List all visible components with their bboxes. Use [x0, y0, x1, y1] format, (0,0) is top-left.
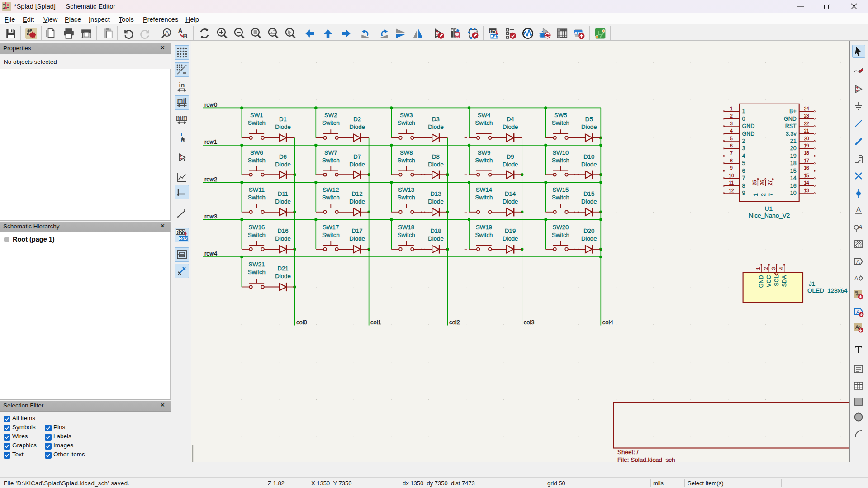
svg-text:Diode: Diode	[503, 123, 518, 130]
svg-text:Switch: Switch	[322, 119, 340, 126]
svg-text:R??: R??	[488, 28, 497, 33]
svg-text:10: 10	[729, 173, 734, 178]
svg-text:Switch: Switch	[552, 232, 569, 238]
svg-text:VCC: VCC	[766, 275, 772, 287]
svg-text:RST: RST	[785, 123, 797, 129]
svg-text:2: 2	[742, 138, 745, 144]
svg-text:8: 8	[730, 158, 733, 163]
svg-text:25: 25	[752, 180, 757, 185]
svg-text:Switch: Switch	[398, 157, 415, 164]
svg-text:SW6: SW6	[250, 149, 263, 156]
svg-text:Diode: Diode	[503, 235, 518, 242]
svg-text:7: 7	[742, 175, 745, 181]
svg-text:col2: col2	[449, 319, 460, 326]
svg-text:D20: D20	[583, 227, 594, 234]
svg-text:Switch: Switch	[398, 119, 415, 126]
svg-text:Switch: Switch	[552, 119, 569, 126]
svg-text:D13: D13	[430, 190, 441, 197]
svg-text:3.3v: 3.3v	[786, 131, 797, 137]
svg-text:1: 1	[756, 267, 761, 270]
svg-text:Sheet: /: Sheet: /	[617, 449, 639, 455]
svg-text:Switch: Switch	[248, 194, 266, 201]
svg-text:SDA: SDA	[781, 275, 787, 287]
svg-text:R??: R??	[176, 229, 185, 235]
svg-text:26: 26	[760, 180, 765, 185]
svg-text:row4: row4	[204, 250, 217, 257]
svg-text:D1: D1	[279, 116, 287, 123]
svg-text:D11: D11	[278, 190, 288, 197]
svg-text:21: 21	[790, 138, 797, 144]
svg-text:D17: D17	[351, 227, 362, 234]
svg-text:D3: D3	[432, 116, 440, 123]
svg-text:20: 20	[804, 136, 809, 141]
svg-text:R42: R42	[179, 236, 187, 241]
svg-text:4: 4	[730, 128, 733, 133]
svg-text:18: 18	[790, 160, 797, 166]
svg-text:D8: D8	[432, 153, 440, 160]
svg-text:Diode: Diode	[349, 198, 365, 205]
svg-text:Diode: Diode	[503, 161, 518, 168]
svg-text:SW13: SW13	[398, 186, 414, 193]
svg-text:27: 27	[768, 180, 773, 185]
svg-text:Diode: Diode	[349, 235, 365, 242]
svg-text:Diode: Diode	[275, 235, 290, 242]
svg-text:in: in	[179, 82, 185, 89]
svg-text:D14: D14	[505, 190, 516, 197]
svg-text:row0: row0	[204, 101, 217, 108]
svg-text:GND: GND	[742, 123, 755, 129]
svg-text:D6: D6	[279, 153, 287, 160]
svg-text:GND: GND	[742, 131, 755, 137]
svg-text:3: 3	[742, 145, 745, 152]
svg-text:2: 2	[764, 267, 768, 270]
svg-text:SW7: SW7	[324, 149, 337, 156]
svg-text:24: 24	[804, 106, 809, 111]
svg-text:row2: row2	[204, 176, 217, 183]
svg-text:SW10: SW10	[552, 149, 569, 156]
svg-text:Switch: Switch	[248, 119, 266, 126]
svg-text:row1: row1	[204, 138, 217, 145]
svg-text:A: A	[178, 28, 182, 34]
svg-text:23: 23	[804, 114, 809, 118]
svg-text:17: 17	[804, 158, 809, 163]
svg-text:SCL: SCL	[773, 275, 780, 286]
svg-text:SW9: SW9	[478, 149, 491, 156]
svg-text:7: 7	[730, 151, 733, 156]
svg-text:D2: D2	[353, 116, 361, 123]
svg-text:21: 21	[804, 128, 809, 133]
svg-text:SW1: SW1	[250, 112, 263, 118]
svg-text:SW19: SW19	[476, 224, 492, 231]
svg-text:Switch: Switch	[475, 157, 493, 164]
svg-text:9: 9	[730, 166, 733, 171]
svg-text:2: 2	[730, 114, 733, 118]
svg-text:A: A	[856, 205, 861, 213]
svg-text:Switch: Switch	[248, 232, 266, 238]
svg-text:D7: D7	[353, 153, 361, 160]
svg-text:SW17: SW17	[323, 224, 339, 231]
svg-text:Diode: Diode	[349, 123, 365, 130]
svg-text:8: 8	[742, 183, 745, 189]
svg-text:Switch: Switch	[322, 194, 340, 201]
svg-text:Diode: Diode	[503, 198, 518, 205]
svg-text:16: 16	[790, 183, 797, 189]
svg-text:D18: D18	[430, 227, 441, 234]
svg-text:col3: col3	[524, 319, 535, 326]
svg-text:File: Splad.kicad_sch: File: Splad.kicad_sch	[617, 456, 675, 463]
svg-text:12: 12	[729, 188, 734, 193]
svg-text:3: 3	[771, 267, 776, 270]
svg-text:20: 20	[790, 145, 797, 152]
svg-text:Switch: Switch	[398, 194, 415, 201]
svg-text:U1: U1	[765, 205, 773, 212]
svg-text:col1: col1	[370, 319, 381, 326]
svg-text:10: 10	[790, 190, 797, 196]
svg-text:Diode: Diode	[581, 198, 597, 205]
svg-text:Switch: Switch	[322, 157, 340, 164]
svg-text:Switch: Switch	[552, 157, 569, 164]
svg-text:A: A	[854, 275, 859, 282]
svg-text:Switch: Switch	[552, 194, 569, 201]
svg-text:4: 4	[742, 153, 745, 159]
svg-text:B+: B+	[789, 108, 797, 114]
svg-text:OLED_128x64: OLED_128x64	[807, 287, 848, 294]
svg-text:SW11: SW11	[249, 186, 265, 193]
svg-text:Switch: Switch	[475, 194, 493, 201]
svg-text:5: 5	[742, 160, 745, 166]
